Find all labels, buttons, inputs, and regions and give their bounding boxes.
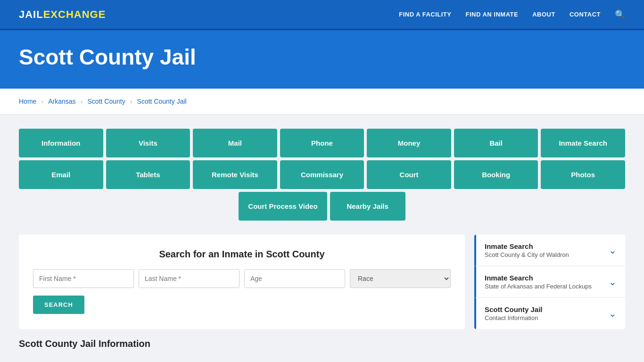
breadcrumb-sep-1: ›: [41, 99, 43, 105]
sidebar-item-1[interactable]: Inmate Search Scott County & City of Wal…: [474, 235, 625, 266]
logo-jail: JAIL: [19, 8, 43, 21]
sidebar-item-2-title: Inmate Search: [485, 274, 592, 282]
btn-inmate-search[interactable]: Inmate Search: [541, 129, 625, 157]
btn-mail[interactable]: Mail: [193, 129, 277, 157]
sidebar-item-2-subtitle: State of Arkansas and Federal Lockups: [485, 283, 592, 290]
buttons-row-2: Email Tablets Remote Visits Commissary C…: [19, 160, 625, 189]
bottom-info: Scott County Jail Information: [19, 329, 465, 349]
main-layout: Search for an Inmate in Scott County Rac…: [19, 235, 625, 349]
btn-visits[interactable]: Visits: [106, 129, 190, 157]
nav-contact[interactable]: CONTACT: [570, 11, 601, 18]
buttons-row-1: Information Visits Mail Phone Money Bail…: [19, 129, 625, 157]
btn-commissary[interactable]: Commissary: [280, 160, 364, 189]
btn-phone[interactable]: Phone: [280, 129, 364, 157]
bottom-info-title: Scott County Jail Information: [19, 338, 465, 349]
btn-email[interactable]: Email: [19, 160, 103, 189]
chevron-down-icon-2: ⌄: [609, 276, 617, 288]
btn-money[interactable]: Money: [367, 129, 451, 157]
sidebar-item-1-subtitle: Scott County & City of Waldron: [485, 251, 569, 258]
search-icon: 🔍: [615, 9, 625, 20]
sidebar-card: Inmate Search Scott County & City of Wal…: [474, 235, 625, 329]
header-search-button[interactable]: 🔍: [615, 9, 625, 20]
breadcrumb-home[interactable]: Home: [19, 98, 36, 105]
main-nav: FIND A FACILITY FIND AN INMATE ABOUT CON…: [399, 9, 625, 20]
page-title: Scott County Jail: [19, 44, 625, 70]
breadcrumb: Home › Arkansas › Scott County › Scott C…: [0, 89, 644, 115]
age-input[interactable]: [244, 269, 345, 288]
btn-nearby-jails[interactable]: Nearby Jails: [330, 192, 405, 221]
left-column: Search for an Inmate in Scott County Rac…: [19, 235, 465, 349]
btn-booking[interactable]: Booking: [454, 160, 538, 189]
sidebar-item-2-text: Inmate Search State of Arkansas and Fede…: [485, 274, 592, 290]
btn-photos[interactable]: Photos: [541, 160, 625, 189]
sidebar-item-3-title: Scott County Jail: [485, 305, 543, 313]
sidebar-item-3[interactable]: Scott County Jail Contact Information ⌄: [474, 298, 625, 329]
sidebar-item-3-text: Scott County Jail Contact Information: [485, 305, 543, 321]
content-area: Information Visits Mail Phone Money Bail…: [0, 115, 644, 362]
btn-court-process-video[interactable]: Court Process Video: [239, 192, 327, 221]
logo-exchange: EXCHANGE: [43, 8, 106, 21]
sidebar: Inmate Search Scott County & City of Wal…: [474, 235, 625, 331]
chevron-down-icon-3: ⌄: [609, 308, 617, 319]
btn-information[interactable]: Information: [19, 129, 103, 157]
sidebar-item-1-title: Inmate Search: [485, 242, 569, 250]
inmate-search-box: Search for an Inmate in Scott County Rac…: [19, 235, 465, 329]
first-name-input[interactable]: [33, 269, 134, 288]
logo[interactable]: JAILEXCHANGE: [19, 8, 106, 21]
chevron-down-icon-1: ⌄: [609, 245, 617, 256]
nav-about[interactable]: ABOUT: [532, 11, 555, 18]
breadcrumb-current: Scott County Jail: [137, 98, 187, 105]
sidebar-item-2[interactable]: Inmate Search State of Arkansas and Fede…: [474, 266, 625, 298]
last-name-input[interactable]: [139, 269, 239, 288]
search-button[interactable]: SEARCH: [33, 296, 84, 314]
buttons-row-3: Court Process Video Nearby Jails: [19, 192, 625, 221]
header: JAILEXCHANGE FIND A FACILITY FIND AN INM…: [0, 0, 644, 30]
hero-section: Scott County Jail: [0, 30, 644, 89]
nav-find-inmate[interactable]: FIND AN INMATE: [465, 11, 518, 18]
nav-find-facility[interactable]: FIND A FACILITY: [399, 11, 451, 18]
btn-court[interactable]: Court: [367, 160, 451, 189]
race-select[interactable]: Race White Black Hispanic Asian Other: [350, 269, 451, 288]
breadcrumb-arkansas[interactable]: Arkansas: [48, 98, 75, 105]
sidebar-item-1-text: Inmate Search Scott County & City of Wal…: [485, 242, 569, 258]
breadcrumb-sep-2: ›: [81, 99, 83, 105]
btn-bail[interactable]: Bail: [454, 129, 538, 157]
btn-remote-visits[interactable]: Remote Visits: [193, 160, 277, 189]
breadcrumb-sep-3: ›: [130, 99, 132, 105]
sidebar-item-3-subtitle: Contact Information: [485, 314, 543, 321]
search-title: Search for an Inmate in Scott County: [33, 249, 451, 260]
breadcrumb-scott-county[interactable]: Scott County: [88, 98, 125, 105]
search-inputs-row: Race White Black Hispanic Asian Other: [33, 269, 451, 288]
btn-tablets[interactable]: Tablets: [106, 160, 190, 189]
